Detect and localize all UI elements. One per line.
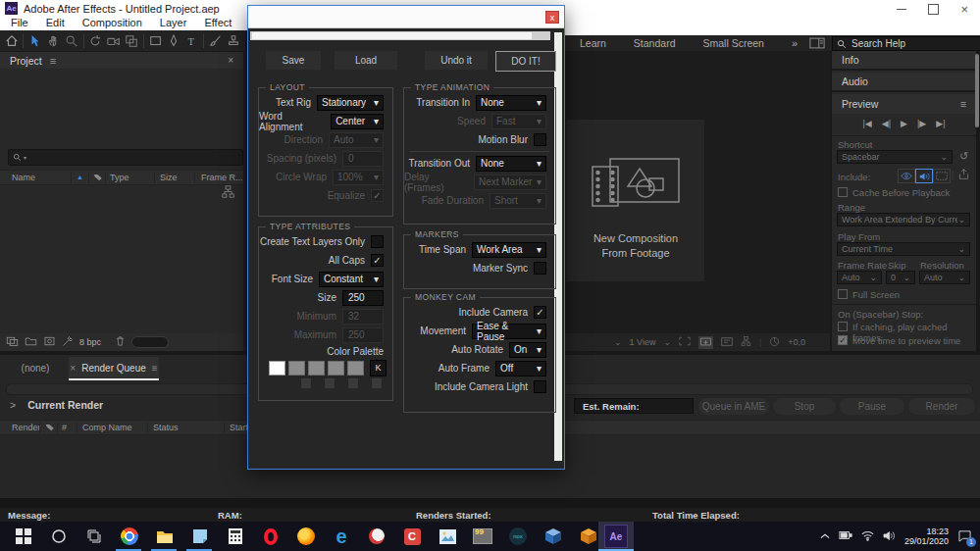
home-tool-icon[interactable]: [3, 32, 20, 50]
file-explorer-icon[interactable]: [147, 525, 182, 548]
hand-tool-icon[interactable]: [45, 32, 62, 50]
preview-menu-icon[interactable]: ≡: [960, 98, 966, 110]
cache-before-playback-checkbox[interactable]: [838, 187, 848, 197]
do-it-button[interactable]: DO IT!: [495, 51, 556, 72]
chrome-icon[interactable]: [112, 525, 147, 548]
create-text-layers-checkbox[interactable]: [371, 235, 384, 248]
circle-wrap-dropdown[interactable]: 100%▾: [333, 170, 384, 185]
prev-frame-button[interactable]: ◀|: [882, 119, 891, 128]
tab-project[interactable]: Project: [10, 55, 42, 67]
fade-duration-dropdown[interactable]: Short▾: [490, 193, 546, 209]
shape-tool-icon[interactable]: [147, 32, 164, 50]
label-tag-icon[interactable]: [93, 173, 103, 184]
maximum-input[interactable]: 250: [342, 327, 384, 343]
zoom-tool-icon[interactable]: [63, 32, 79, 50]
calculator-icon[interactable]: [218, 525, 253, 548]
queue-in-ame-button[interactable]: Queue in AME: [698, 398, 769, 415]
new-composition-card[interactable]: New Composition From Footage: [567, 120, 704, 281]
include-audio-icon[interactable]: [915, 169, 933, 183]
flowchart-mini-icon[interactable]: [741, 336, 751, 348]
dialog-close-button[interactable]: x: [545, 11, 559, 24]
tab-none[interactable]: (none): [4, 357, 67, 378]
streaming-tv-icon[interactable]: 99: [465, 525, 500, 548]
menu-edit[interactable]: Edit: [37, 16, 74, 29]
spacing-input[interactable]: 0: [342, 151, 384, 167]
project-search-field[interactable]: ▾: [8, 149, 243, 166]
expander-chevron-icon[interactable]: >: [10, 399, 16, 411]
panel-menu-icon[interactable]: ≡: [50, 55, 56, 67]
color-swatch-small[interactable]: [347, 377, 359, 389]
direction-dropdown[interactable]: Auto▾: [329, 132, 384, 148]
selection-tool-icon[interactable]: [26, 32, 43, 50]
red-utility-icon[interactable]: [359, 525, 394, 548]
speed-dropdown[interactable]: Fast▾: [491, 114, 546, 129]
include-video-icon[interactable]: [898, 169, 915, 183]
font-size-dropdown[interactable]: Constant▾: [319, 272, 384, 287]
render-button[interactable]: Render: [908, 398, 975, 415]
tab-info[interactable]: Info: [832, 51, 976, 71]
menu-effect[interactable]: Effect: [195, 16, 240, 29]
rotate-tool-icon[interactable]: [87, 32, 104, 50]
after-effects-taskbar-slot[interactable]: Ae: [598, 522, 634, 551]
workspace-overflow-icon[interactable]: »: [792, 37, 798, 49]
restore-icon[interactable]: [928, 4, 939, 15]
edge-icon[interactable]: e: [324, 525, 359, 548]
auto-rotate-dropdown[interactable]: On▾: [509, 342, 546, 358]
camtasia-icon[interactable]: C: [394, 525, 430, 548]
exposure-offset-value[interactable]: +0,0: [788, 337, 805, 347]
trash-icon[interactable]: [115, 335, 126, 349]
bit-depth-label[interactable]: 8 bpc: [79, 337, 101, 347]
tab-close-icon[interactable]: ×: [70, 363, 76, 374]
color-swatch-small[interactable]: [371, 377, 383, 389]
reset-icon[interactable]: ↺: [959, 150, 968, 163]
tray-chevron-icon[interactable]: [820, 531, 830, 542]
scrollbar-thumb[interactable]: [975, 54, 979, 127]
column-frame-rate[interactable]: Frame R...: [201, 173, 243, 182]
tab-preview[interactable]: Preview ≡: [832, 94, 976, 114]
label-tag-icon[interactable]: [45, 423, 55, 434]
pen-tool-icon[interactable]: [165, 32, 181, 50]
type-tool-icon[interactable]: T: [183, 32, 200, 50]
transition-in-dropdown[interactable]: None▾: [476, 95, 546, 111]
flowchart-icon[interactable]: [222, 185, 234, 200]
new-folder-icon[interactable]: [25, 335, 37, 349]
view-caret-icon[interactable]: ⌄: [663, 337, 671, 347]
next-frame-button[interactable]: |▶: [917, 119, 926, 128]
color-swatch-small[interactable]: [300, 377, 312, 389]
minimize-icon[interactable]: [897, 9, 906, 10]
move-time-checkbox[interactable]: ✓: [838, 335, 848, 345]
dialog-horizontal-scrollbar[interactable]: [250, 31, 550, 40]
resolution-dropdown[interactable]: Auto ⌄: [919, 271, 970, 284]
new-composition-icon[interactable]: [43, 335, 56, 349]
timeline-icon[interactable]: [721, 337, 733, 348]
time-span-dropdown[interactable]: Work Area▾: [472, 242, 546, 258]
exposure-icon[interactable]: [769, 336, 780, 349]
stop-button[interactable]: Stop: [773, 398, 836, 415]
undo-it-button[interactable]: Undo it: [425, 51, 488, 70]
k-color-button[interactable]: K: [370, 360, 387, 376]
color-swatch[interactable]: [328, 361, 344, 376]
transition-out-dropdown[interactable]: None▾: [476, 156, 546, 172]
movement-dropdown[interactable]: Ease & Pause▾: [472, 324, 546, 339]
include-camera-checkbox[interactable]: ✓: [534, 306, 546, 319]
delay-frames-dropdown[interactable]: Next Marker▾: [474, 175, 546, 190]
start-button-icon[interactable]: [6, 525, 41, 548]
view-count-dropdown[interactable]: 1 View: [630, 337, 656, 347]
tab-audio[interactable]: Audio: [832, 73, 976, 92]
nox-player-icon[interactable]: nox: [500, 525, 536, 548]
play-from-dropdown[interactable]: Current Time ⌄: [837, 242, 970, 256]
taskbar-clock[interactable]: 18:23 29/01/2020: [904, 526, 949, 546]
sort-asc-icon[interactable]: ▲: [77, 174, 83, 180]
tab-menu-icon[interactable]: ≡: [152, 363, 158, 374]
window-close-icon[interactable]: ×: [960, 5, 968, 15]
export-icon[interactable]: [957, 168, 970, 182]
motion-blur-checkbox[interactable]: [534, 133, 546, 146]
cortana-icon[interactable]: [41, 525, 77, 548]
clone-stamp-tool-icon[interactable]: [226, 32, 242, 50]
color-swatch-selected[interactable]: [269, 361, 285, 376]
equalize-checkbox[interactable]: ✓: [371, 189, 384, 202]
menu-layer[interactable]: Layer: [151, 16, 196, 29]
pause-button[interactable]: Pause: [840, 398, 904, 415]
photos-icon[interactable]: [430, 525, 465, 548]
color-swatch[interactable]: [308, 361, 325, 376]
